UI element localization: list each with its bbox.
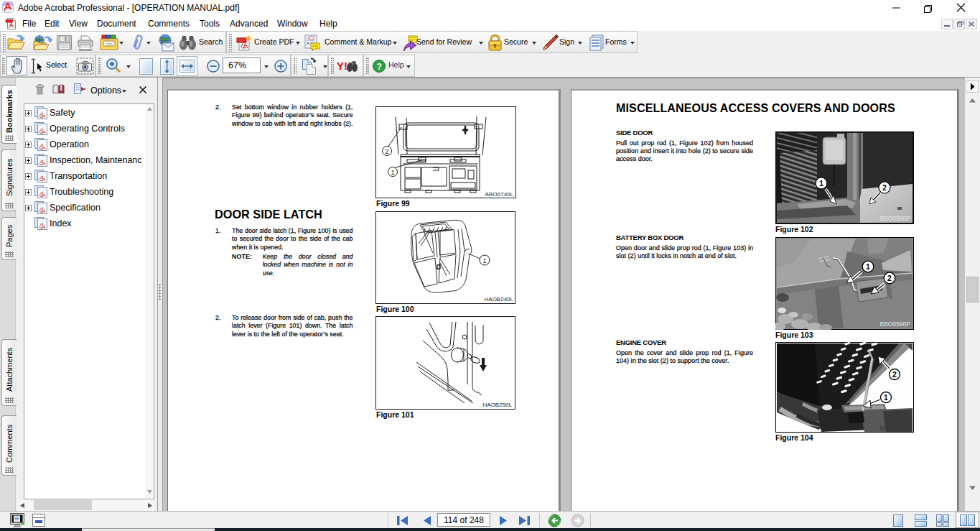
- svg-text:1: 1: [866, 262, 870, 271]
- svg-text:1: 1: [391, 169, 394, 176]
- svg-text:BBO0600P: BBO0600P: [879, 425, 910, 432]
- svg-text:2: 2: [887, 274, 892, 282]
- svg-text:BBO0580P: BBO0580P: [879, 215, 910, 222]
- svg-text:HAOB250L: HAOB250L: [483, 402, 513, 408]
- svg-text:1: 1: [819, 180, 823, 188]
- svg-text:2: 2: [385, 148, 388, 155]
- svg-text:Y!: Y!: [337, 60, 347, 72]
- svg-text:2: 2: [892, 370, 897, 379]
- svg-text:ARO0740L: ARO0740L: [485, 191, 513, 198]
- svg-text:1: 1: [884, 393, 888, 402]
- svg-text:2: 2: [882, 184, 887, 192]
- svg-text:1: 1: [482, 257, 486, 264]
- svg-text:BBO0590P: BBO0590P: [879, 320, 910, 328]
- svg-text:?: ?: [377, 62, 382, 72]
- svg-text:HAOB240L: HAOB240L: [485, 296, 514, 303]
